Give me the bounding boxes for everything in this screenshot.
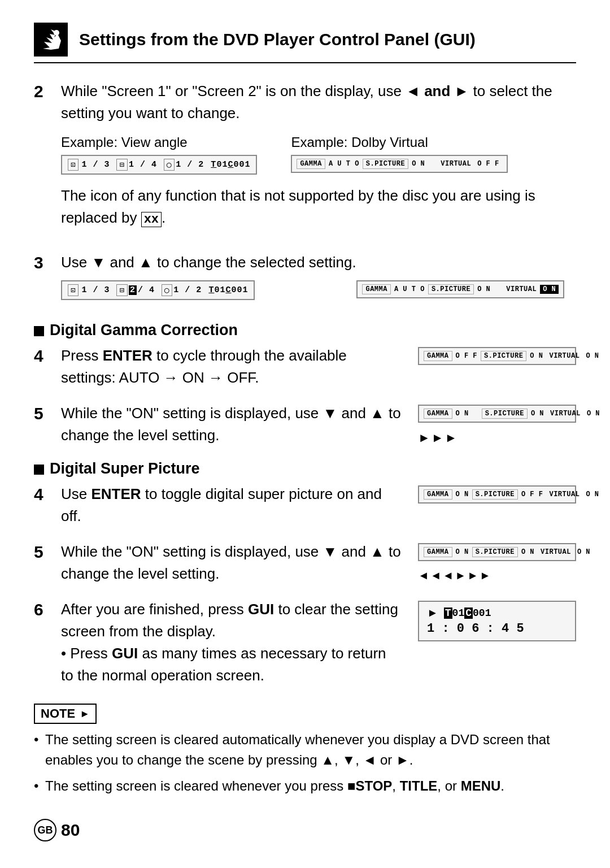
lcd-play-icon: ► (427, 606, 438, 619)
example-row: Example: View angle ⊡ 1 / 3 ⊟ 1 / 4 ◯ 1 … (61, 134, 576, 175)
step-3-text: Use ▼ and ▲ to change the selected setti… (61, 251, 576, 274)
step-5-gamma-left: 5 While the "ON" setting is displayed, u… (34, 402, 401, 446)
step-5-super-num: 5 (34, 541, 51, 585)
xx-code: xx (141, 212, 162, 227)
step-5-super-left: 5 While the "ON" setting is displayed, u… (34, 541, 401, 585)
step-5-super-text: While the "ON" setting is displayed, use… (61, 541, 401, 585)
step-3-content: Use ▼ and ▲ to change the selected setti… (61, 251, 576, 310)
section-super: Digital Super Picture (34, 460, 576, 478)
lcd-sp-off: GAMMA O N S.PICTURE O F F VIRTUAL O N (418, 485, 576, 504)
step-3: 3 Use ▼ and ▲ to change the selected set… (34, 251, 576, 310)
step-4-super-num: 4 (34, 483, 51, 527)
section-gamma: Digital Gamma Correction (34, 322, 576, 339)
note-header: NOTE ► (34, 704, 97, 724)
step-5-gamma-text: While the "ON" setting is displayed, use… (61, 402, 401, 446)
step-4-super-text: Use ENTER to toggle digital super pictur… (61, 483, 401, 527)
lcd-time: 1 : 0 6 : 4 5 (427, 622, 524, 636)
step3-lcd-row: ⊡ 1 / 3 ⊟ 2 / 4 ◯ 1 / 2 T01C001 GAMMA A … (61, 280, 576, 300)
step-4-gamma-left: 4 Press ENTER to cycle through the avail… (34, 345, 401, 389)
step-2-content: While "Screen 1" or "Screen 2" is on the… (61, 80, 576, 240)
lcd-final-row1: ► T01C001 (427, 606, 567, 619)
arrows-gamma: ►►► (418, 431, 576, 445)
step-4-gamma-num: 4 (34, 345, 51, 389)
section-bullet-super (34, 465, 44, 475)
header-icon (34, 23, 68, 57)
footer: GB 80 (34, 819, 576, 841)
step-2-text: While "Screen 1" or "Screen 2" is on the… (61, 80, 576, 124)
page-header: Settings from the DVD Player Control Pan… (34, 23, 576, 63)
lcd-final: ► T01C001 1 : 0 6 : 4 5 (418, 601, 576, 641)
lcd-gamma-off: GAMMA O F F S.PICTURE O N VIRTUAL O N (418, 347, 576, 365)
lcd-dolby-1: GAMMA A U T O S.PICTURE O N VIRTUAL O F … (291, 155, 507, 173)
step-2-number: 2 (34, 80, 51, 102)
footer-gb-circle: GB (34, 819, 56, 841)
note-label: NOTE (41, 706, 75, 721)
example-view-label: Example: View angle (61, 134, 257, 150)
step-6-text: After you are finished, press GUI to cle… (61, 598, 401, 687)
lcd-step3-dolby: GAMMA A U T O S.PICTURE O N VIRTUAL O N (356, 280, 564, 298)
step-6: 6 After you are finished, press GUI to c… (34, 598, 576, 687)
lcd-gamma-on: GAMMA O N S.PICTURE O N VIRTUAL O N (418, 405, 576, 423)
svg-point-1 (54, 30, 59, 36)
step-6-left: 6 After you are finished, press GUI to c… (34, 598, 401, 687)
step-5-gamma: 5 While the "ON" setting is displayed, u… (34, 402, 576, 446)
step-6-right: ► T01C001 1 : 0 6 : 4 5 (418, 598, 576, 641)
example-dolby-label: Example: Dolby Virtual (291, 134, 507, 150)
step-3-number: 3 (34, 251, 51, 274)
lcd-code: T01C001 (444, 607, 491, 619)
lcd-view-angle: ⊡ 1 / 3 ⊟ 1 / 4 ◯ 1 / 2 T01C001 (61, 155, 257, 175)
step-2: 2 While "Screen 1" or "Screen 2" is on t… (34, 80, 576, 240)
step-4-super-right: GAMMA O N S.PICTURE O F F VIRTUAL O N (418, 483, 576, 504)
step-4-gamma-right: GAMMA O F F S.PICTURE O N VIRTUAL O N (418, 345, 576, 365)
lcd-sp-on: GAMMA O N S.PICTURE O N VIRTUAL O N (418, 543, 576, 561)
note-arrow-icon: ► (80, 708, 90, 720)
step-5-super: 5 While the "ON" setting is displayed, u… (34, 541, 576, 585)
note-item-1: The setting screen is cleared automatica… (34, 730, 576, 770)
lcd-step3-view: ⊡ 1 / 3 ⊟ 2 / 4 ◯ 1 / 2 T01C001 (61, 280, 255, 300)
example-dolby: Example: Dolby Virtual GAMMA A U T O S.P… (291, 134, 507, 173)
step-4-gamma: 4 Press ENTER to cycle through the avail… (34, 345, 576, 389)
header-title: Settings from the DVD Player Control Pan… (79, 30, 476, 49)
step-2-para: The icon of any function that is not sup… (61, 185, 576, 229)
arrows-super: ◄◄◄►►► (418, 569, 576, 582)
footer-page-num: 80 (61, 821, 80, 840)
step-5-gamma-num: 5 (34, 402, 51, 446)
step-4-super-left: 4 Use ENTER to toggle digital super pict… (34, 483, 401, 527)
section-gamma-title: Digital Gamma Correction (50, 322, 238, 339)
step-4-gamma-text: Press ENTER to cycle through the availab… (61, 345, 401, 389)
section-bullet-gamma (34, 326, 44, 336)
note-section: NOTE ► The setting screen is cleared aut… (34, 704, 576, 796)
footer-gb-label: GB (38, 824, 53, 836)
step-6-num: 6 (34, 598, 51, 687)
example-view-angle: Example: View angle ⊡ 1 / 3 ⊟ 1 / 4 ◯ 1 … (61, 134, 257, 175)
lcd-final-row2: 1 : 0 6 : 4 5 (427, 622, 567, 636)
step-5-gamma-right: GAMMA O N S.PICTURE O N VIRTUAL O N ►►► (418, 402, 576, 445)
step-5-super-right: GAMMA O N S.PICTURE O N VIRTUAL O N ◄◄◄►… (418, 541, 576, 582)
note-item-2: The setting screen is cleared whenever y… (34, 776, 576, 796)
step-4-super: 4 Use ENTER to toggle digital super pict… (34, 483, 576, 527)
section-super-title: Digital Super Picture (50, 460, 200, 478)
